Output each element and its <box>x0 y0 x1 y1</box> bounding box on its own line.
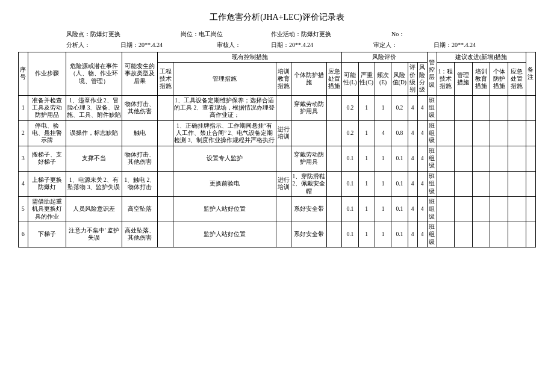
cell-s-ppe <box>490 120 508 146</box>
cell-risk-level: 4 <box>417 222 427 247</box>
cell-ppe: 1、穿防滑鞋 2、佩戴安全帽 <box>291 171 326 196</box>
cell-risk-level: 4 <box>417 171 427 196</box>
risk-point-label: 风险点： <box>66 30 90 39</box>
cell-emer <box>327 222 342 247</box>
no-label: No： <box>391 30 405 39</box>
cell-s-eng <box>437 120 455 146</box>
th-seq: 序号 <box>19 52 28 96</box>
cell-remark <box>526 222 535 247</box>
cell-risk-level: 4 <box>417 196 427 222</box>
cell-s-ppe <box>490 196 508 222</box>
th-s-train: 培训教育措施 <box>472 63 490 95</box>
cell-e: 1 <box>375 196 391 222</box>
cell-d: 0.8 <box>391 120 408 146</box>
cell-train <box>276 222 291 247</box>
th-eval-level: 评价级别 <box>408 63 417 95</box>
cell-eval-level: 4 <box>408 171 417 196</box>
table-row: 3搬梯子、支好梯子支撑不当物体打击、其他伤害设置专人监护穿戴劳动防护用具0.11… <box>19 146 536 171</box>
th-e: 频次(E) <box>375 63 391 95</box>
cell-d: 0.1 <box>391 222 408 247</box>
cell-train: 进行培训 <box>276 120 291 146</box>
cell-ppe: 穿戴劳动防护用具 <box>291 146 326 171</box>
cell-ctrl-level: 班组级 <box>427 95 437 120</box>
cell-step: 搬梯子、支好梯子 <box>28 146 66 171</box>
cell-risk-level: 4 <box>417 95 427 120</box>
risk-point-value: 防爆灯更换 <box>90 30 120 39</box>
activity-value: 防爆灯更换 <box>301 30 331 39</box>
cell-s-emer <box>508 95 526 120</box>
cell-seq: 4 <box>19 171 28 196</box>
th-s-mgmt: 管理措施 <box>455 63 473 95</box>
th-s-ppe: 个体防护措施 <box>490 63 508 95</box>
cell-eng <box>158 146 173 171</box>
cell-remark <box>526 95 535 120</box>
cell-seq: 2 <box>19 120 28 146</box>
cell-consequence: 物体打击、其他伤害 <box>122 146 158 171</box>
cell-c: 1 <box>358 146 375 171</box>
cell-eval-level: 4 <box>408 146 417 171</box>
cell-remark <box>526 120 535 146</box>
table-row: 1准备并检查工具及劳动防护用品1、违章作业 2、冒险心理 3、设备、设施、工具、… <box>19 95 536 120</box>
cell-eval-level: 4 <box>408 196 417 222</box>
cell-seq: 3 <box>19 146 28 171</box>
cell-mgmt: 监护人站好位置 <box>173 196 276 222</box>
cell-emer <box>327 146 342 171</box>
cell-eval-level: 4 <box>408 120 417 146</box>
cell-emer <box>327 120 342 146</box>
cell-consequence: 物体打击、其他伤害 <box>122 95 158 120</box>
th-mgmt: 管理措施 <box>173 63 276 95</box>
cell-ctrl-level: 班组级 <box>427 196 437 222</box>
th-l: 可能性(L) <box>342 63 358 95</box>
position-label: 岗位： <box>181 30 199 39</box>
th-train: 培训教育措施 <box>276 63 291 95</box>
cell-s-mgmt <box>455 95 473 120</box>
cell-ctrl-level: 班组级 <box>427 222 437 247</box>
analyst-date-value: 20**.4.24 <box>138 42 163 48</box>
cell-s-train <box>472 95 490 120</box>
approver-label: 审定人： <box>373 41 397 49</box>
table-row: 6下梯子注意力不集中' 监护失误高处坠落、其他伤害监护人站好位置系好安全带0.1… <box>19 222 536 247</box>
cell-l: 0.1 <box>342 171 358 196</box>
cell-train <box>276 95 291 120</box>
cell-s-emer <box>508 222 526 247</box>
cell-s-train <box>472 222 490 247</box>
th-step: 作业步骤 <box>28 52 66 96</box>
cell-e: 1 <box>375 95 391 120</box>
cell-s-mgmt <box>455 171 473 196</box>
cell-d: 0.1 <box>391 171 408 196</box>
cell-eval-level: 4 <box>408 95 417 120</box>
cell-s-mgmt <box>455 196 473 222</box>
th-remark: 备注 <box>526 52 535 96</box>
cell-s-emer <box>508 196 526 222</box>
cell-ctrl-level: 班组级 <box>427 120 437 146</box>
th-ctrl-level: 管控层级 <box>427 52 437 96</box>
cell-c: 1 <box>358 171 375 196</box>
cell-c: 1 <box>358 222 375 247</box>
cell-mgmt: 监护人站好位置 <box>173 222 276 247</box>
approver-date-label: 日期： <box>434 41 452 49</box>
jha-table: 序号 作业步骤 危险源或潜在事件（人、物、作业环境、管理） 可能发生的事故类型及… <box>18 52 536 247</box>
cell-e: 1 <box>375 171 391 196</box>
cell-source: 人员风险意识差 <box>66 196 122 222</box>
cell-ctrl-level: 班组级 <box>427 146 437 171</box>
cell-eng <box>158 222 173 247</box>
cell-source: 1、电源未关 2、有坠落物 3、监护失误 <box>66 171 122 196</box>
cell-l: 0.2 <box>342 95 358 120</box>
cell-e: 1 <box>375 222 391 247</box>
reviewer-date-value: 20**.4.24 <box>289 42 313 48</box>
th-s-eng: 1：程技术措施 <box>437 63 455 95</box>
cell-s-ppe <box>490 171 508 196</box>
th-suggest: 建议改进(新增)措施 <box>437 52 526 63</box>
cell-c: 1 <box>358 196 375 222</box>
th-s-emer: 应急处置措施 <box>508 63 526 95</box>
cell-remark <box>526 146 535 171</box>
position-value: 电工岗位 <box>199 30 223 39</box>
cell-s-mgmt <box>455 146 473 171</box>
cell-s-ppe <box>490 146 508 171</box>
cell-consequence: 触电 <box>122 120 158 146</box>
page-title: 工作危害分析(JHA+LEC)评价记录表 <box>18 12 536 23</box>
cell-mgmt: 1、正确挂牌指示、工作期间悬挂“有人工作、禁止合闸” 2、电气设备定期检测 3、… <box>173 120 276 146</box>
th-c: 严重性(C) <box>358 63 375 95</box>
cell-risk-level: 4 <box>417 120 427 146</box>
cell-e: 4 <box>375 120 391 146</box>
